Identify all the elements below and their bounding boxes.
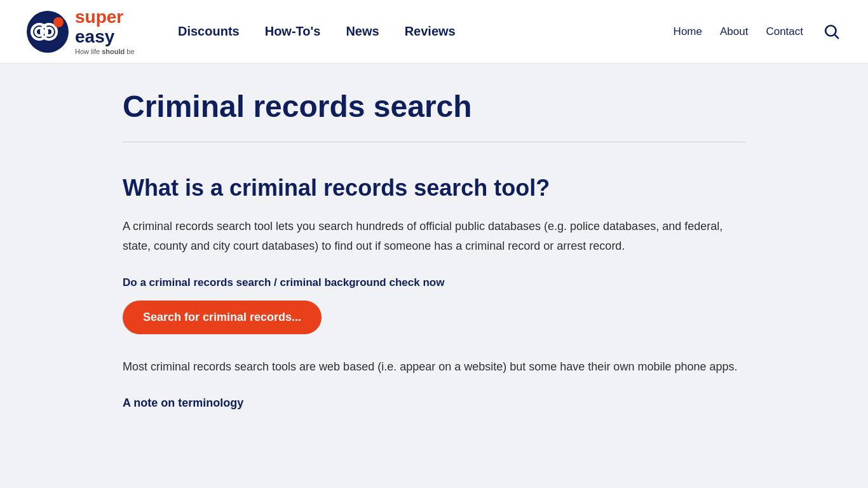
page-title: Criminal records search [123,89,745,124]
nav-news[interactable]: News [346,24,379,39]
nav-howtos[interactable]: How-To's [265,24,321,39]
search-button[interactable] [821,21,843,43]
svg-line-7 [835,34,839,38]
search-icon [824,24,840,40]
svg-point-5 [53,17,64,27]
nav-home[interactable]: Home [674,25,702,38]
nav-reviews[interactable]: Reviews [405,24,456,39]
logo-text: supereasy How life should be [75,8,135,55]
logo-brand-name: supereasy [75,8,135,47]
secondary-nav: Home About Contact [674,21,843,43]
title-divider [123,142,745,142]
section1-paragraph: A criminal records search tool lets you … [123,217,745,255]
search-cta-button[interactable]: Search for criminal records... [123,301,322,334]
logo-link[interactable]: supereasy How life should be [25,8,140,55]
main-content: Criminal records search What is a crimin… [0,64,868,448]
svg-point-6 [825,25,836,36]
logo-icon [25,10,70,54]
nav-about[interactable]: About [720,25,748,38]
primary-nav: Discounts How-To's News Reviews [178,24,674,39]
note-heading: A note on terminology [123,396,745,410]
section1-paragraph2: Most criminal records search tools are w… [123,357,745,377]
logo-tagline: How life should be [75,48,135,55]
site-header: supereasy How life should be Discounts H… [0,0,868,64]
nav-contact[interactable]: Contact [766,25,803,38]
cta-label: Do a criminal records search / criminal … [123,276,745,289]
nav-discounts[interactable]: Discounts [178,24,240,39]
section1-heading: What is a criminal records search tool? [123,174,745,201]
